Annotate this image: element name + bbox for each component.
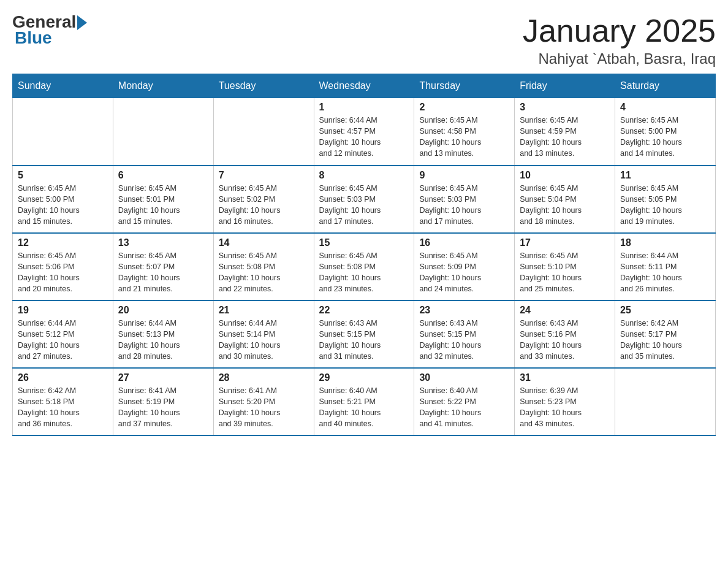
calendar-cell: 18Sunrise: 6:44 AM Sunset: 5:11 PM Dayli…: [615, 233, 716, 301]
day-number: 14: [219, 237, 309, 248]
day-info: Sunrise: 6:44 AM Sunset: 4:57 PM Dayligh…: [319, 115, 409, 159]
day-info: Sunrise: 6:43 AM Sunset: 5:16 PM Dayligh…: [520, 318, 610, 362]
day-info: Sunrise: 6:45 AM Sunset: 5:09 PM Dayligh…: [419, 250, 509, 295]
calendar-cell: 27Sunrise: 6:41 AM Sunset: 5:19 PM Dayli…: [113, 368, 213, 435]
day-number: 20: [118, 305, 208, 316]
calendar-day-header: Friday: [515, 74, 615, 98]
day-number: 27: [118, 372, 208, 383]
day-info: Sunrise: 6:45 AM Sunset: 5:08 PM Dayligh…: [219, 250, 309, 295]
calendar-table: SundayMondayTuesdayWednesdayThursdayFrid…: [12, 74, 716, 436]
calendar-cell: 6Sunrise: 6:45 AM Sunset: 5:01 PM Daylig…: [113, 166, 213, 233]
day-number: 7: [219, 170, 309, 181]
day-info: Sunrise: 6:44 AM Sunset: 5:13 PM Dayligh…: [118, 318, 208, 362]
day-info: Sunrise: 6:40 AM Sunset: 5:22 PM Dayligh…: [419, 385, 509, 430]
calendar-cell: 12Sunrise: 6:45 AM Sunset: 5:06 PM Dayli…: [13, 233, 113, 301]
calendar-body: 1Sunrise: 6:44 AM Sunset: 4:57 PM Daylig…: [13, 98, 716, 435]
calendar-cell: 30Sunrise: 6:40 AM Sunset: 5:22 PM Dayli…: [414, 368, 515, 435]
day-info: Sunrise: 6:45 AM Sunset: 5:05 PM Dayligh…: [620, 183, 710, 228]
day-number: 15: [319, 237, 409, 248]
day-info: Sunrise: 6:45 AM Sunset: 5:10 PM Dayligh…: [520, 250, 610, 295]
calendar-day-header: Thursday: [414, 74, 515, 98]
calendar-day-header: Sunday: [13, 74, 113, 98]
day-number: 3: [520, 102, 610, 113]
calendar-cell: 3Sunrise: 6:45 AM Sunset: 4:59 PM Daylig…: [515, 98, 615, 166]
title-section: January 2025 Nahiyat `Atbah, Basra, Iraq: [523, 12, 716, 67]
calendar-cell: 25Sunrise: 6:42 AM Sunset: 5:17 PM Dayli…: [615, 301, 716, 368]
calendar-cell: 1Sunrise: 6:44 AM Sunset: 4:57 PM Daylig…: [314, 98, 414, 166]
day-number: 18: [620, 237, 710, 248]
day-info: Sunrise: 6:45 AM Sunset: 4:58 PM Dayligh…: [419, 115, 509, 159]
calendar-cell: 31Sunrise: 6:39 AM Sunset: 5:23 PM Dayli…: [515, 368, 615, 435]
day-info: Sunrise: 6:45 AM Sunset: 4:59 PM Dayligh…: [520, 115, 610, 159]
day-number: 29: [319, 372, 409, 383]
day-info: Sunrise: 6:41 AM Sunset: 5:20 PM Dayligh…: [219, 385, 309, 430]
calendar-cell: 16Sunrise: 6:45 AM Sunset: 5:09 PM Dayli…: [414, 233, 515, 301]
page-header: General Blue January 2025 Nahiyat `Atbah…: [12, 12, 716, 67]
day-number: 2: [419, 102, 509, 113]
day-info: Sunrise: 6:45 AM Sunset: 5:03 PM Dayligh…: [419, 183, 509, 228]
calendar-week-row: 5Sunrise: 6:45 AM Sunset: 5:00 PM Daylig…: [13, 166, 716, 233]
calendar-cell: 10Sunrise: 6:45 AM Sunset: 5:04 PM Dayli…: [515, 166, 615, 233]
day-info: Sunrise: 6:45 AM Sunset: 5:04 PM Dayligh…: [520, 183, 610, 228]
logo-arrow-icon: [77, 15, 87, 30]
day-info: Sunrise: 6:39 AM Sunset: 5:23 PM Dayligh…: [520, 385, 610, 430]
day-info: Sunrise: 6:42 AM Sunset: 5:17 PM Dayligh…: [620, 318, 710, 362]
calendar-week-row: 1Sunrise: 6:44 AM Sunset: 4:57 PM Daylig…: [13, 98, 716, 166]
day-number: 30: [419, 372, 509, 383]
calendar-cell: 15Sunrise: 6:45 AM Sunset: 5:08 PM Dayli…: [314, 233, 414, 301]
calendar-cell: 8Sunrise: 6:45 AM Sunset: 5:03 PM Daylig…: [314, 166, 414, 233]
day-number: 10: [520, 170, 610, 181]
calendar-cell: 20Sunrise: 6:44 AM Sunset: 5:13 PM Dayli…: [113, 301, 213, 368]
calendar-week-row: 12Sunrise: 6:45 AM Sunset: 5:06 PM Dayli…: [13, 233, 716, 301]
day-info: Sunrise: 6:45 AM Sunset: 5:06 PM Dayligh…: [18, 250, 108, 295]
day-number: 11: [620, 170, 710, 181]
calendar-cell: 28Sunrise: 6:41 AM Sunset: 5:20 PM Dayli…: [213, 368, 314, 435]
logo: General Blue: [12, 12, 87, 48]
day-number: 31: [520, 372, 610, 383]
day-number: 1: [319, 102, 409, 113]
logo-blue-text: Blue: [15, 28, 52, 48]
calendar-cell: 22Sunrise: 6:43 AM Sunset: 5:15 PM Dayli…: [314, 301, 414, 368]
day-number: 19: [18, 305, 108, 316]
day-number: 21: [219, 305, 309, 316]
calendar-cell: 19Sunrise: 6:44 AM Sunset: 5:12 PM Dayli…: [13, 301, 113, 368]
day-info: Sunrise: 6:40 AM Sunset: 5:21 PM Dayligh…: [319, 385, 409, 430]
day-info: Sunrise: 6:44 AM Sunset: 5:12 PM Dayligh…: [18, 318, 108, 362]
calendar-cell: 4Sunrise: 6:45 AM Sunset: 5:00 PM Daylig…: [615, 98, 716, 166]
day-info: Sunrise: 6:43 AM Sunset: 5:15 PM Dayligh…: [319, 318, 409, 362]
day-number: 12: [18, 237, 108, 248]
day-number: 6: [118, 170, 208, 181]
calendar-cell: 7Sunrise: 6:45 AM Sunset: 5:02 PM Daylig…: [213, 166, 314, 233]
day-number: 26: [18, 372, 108, 383]
day-number: 4: [620, 102, 710, 113]
day-number: 13: [118, 237, 208, 248]
month-title: January 2025: [523, 12, 716, 49]
calendar-cell: 29Sunrise: 6:40 AM Sunset: 5:21 PM Dayli…: [314, 368, 414, 435]
calendar-day-header: Saturday: [615, 74, 716, 98]
day-number: 22: [319, 305, 409, 316]
day-number: 28: [219, 372, 309, 383]
day-info: Sunrise: 6:42 AM Sunset: 5:18 PM Dayligh…: [18, 385, 108, 430]
calendar-cell: 5Sunrise: 6:45 AM Sunset: 5:00 PM Daylig…: [13, 166, 113, 233]
calendar-day-header: Tuesday: [213, 74, 314, 98]
calendar-cell: 24Sunrise: 6:43 AM Sunset: 5:16 PM Dayli…: [515, 301, 615, 368]
day-number: 23: [419, 305, 509, 316]
day-info: Sunrise: 6:45 AM Sunset: 5:00 PM Dayligh…: [620, 115, 710, 159]
calendar-cell: 13Sunrise: 6:45 AM Sunset: 5:07 PM Dayli…: [113, 233, 213, 301]
calendar-cell: 21Sunrise: 6:44 AM Sunset: 5:14 PM Dayli…: [213, 301, 314, 368]
day-number: 17: [520, 237, 610, 248]
day-info: Sunrise: 6:45 AM Sunset: 5:03 PM Dayligh…: [319, 183, 409, 228]
day-number: 25: [620, 305, 710, 316]
day-info: Sunrise: 6:43 AM Sunset: 5:15 PM Dayligh…: [419, 318, 509, 362]
location-title: Nahiyat `Atbah, Basra, Iraq: [523, 50, 716, 67]
calendar-cell: [13, 98, 113, 166]
day-number: 8: [319, 170, 409, 181]
calendar-cell: [213, 98, 314, 166]
calendar-cell: 14Sunrise: 6:45 AM Sunset: 5:08 PM Dayli…: [213, 233, 314, 301]
calendar-cell: [615, 368, 716, 435]
calendar-cell: 26Sunrise: 6:42 AM Sunset: 5:18 PM Dayli…: [13, 368, 113, 435]
calendar-header-row: SundayMondayTuesdayWednesdayThursdayFrid…: [13, 74, 716, 98]
calendar-week-row: 19Sunrise: 6:44 AM Sunset: 5:12 PM Dayli…: [13, 301, 716, 368]
calendar-cell: 2Sunrise: 6:45 AM Sunset: 4:58 PM Daylig…: [414, 98, 515, 166]
day-info: Sunrise: 6:45 AM Sunset: 5:02 PM Dayligh…: [219, 183, 309, 228]
